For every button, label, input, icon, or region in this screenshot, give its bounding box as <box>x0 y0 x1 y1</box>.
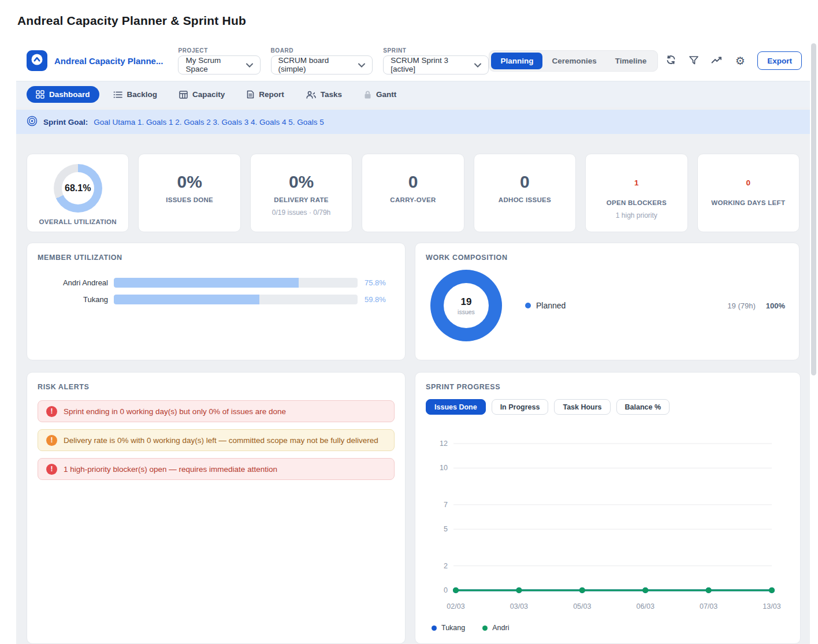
svg-text:07/03: 07/03 <box>700 602 717 611</box>
view-mode-tabs: Planning Ceremonies Timeline <box>489 50 658 72</box>
table-icon <box>179 91 188 99</box>
chevron-down-icon <box>358 61 365 69</box>
member-utilization-row: Andri Andreal 75.8% <box>38 278 395 288</box>
legend-detail: 19 (79h) <box>727 301 755 310</box>
sprint-label: SPRINT <box>383 47 489 54</box>
sprint-select[interactable]: SCRUM Sprint 3 [active] <box>383 55 489 75</box>
settings-button[interactable]: ⚙ <box>730 51 750 70</box>
list-icon <box>113 91 122 99</box>
nav-item-tasks[interactable]: Tasks <box>298 87 350 102</box>
kpi-label: ISSUES DONE <box>166 196 213 203</box>
svg-text:7: 7 <box>444 501 448 509</box>
tab-ceremonies[interactable]: Ceremonies <box>542 53 605 69</box>
tab-in-progress[interactable]: In Progress <box>492 399 549 415</box>
exclamation-icon: ! <box>46 406 57 417</box>
risk-alert: ! 1 high-priority blocker(s) open — requ… <box>38 458 395 480</box>
nav-item-backlog[interactable]: Backlog <box>105 87 166 102</box>
board-select-value: SCRUM board (simple) <box>278 56 353 73</box>
refresh-button[interactable] <box>660 51 681 70</box>
utilization-value: 68.1% <box>62 172 94 204</box>
legend-item-tukang[interactable]: Tukang <box>432 624 465 632</box>
kpi-adhoc-issues: 0 ADHOC ISSUES <box>474 154 576 232</box>
kpi-subtext: 0/19 issues · 0/79h <box>272 209 330 217</box>
people-icon <box>306 91 316 99</box>
refresh-icon <box>665 54 676 67</box>
utilization-donut-chart: 68.1% <box>54 164 102 213</box>
kpi-label: ADHOC ISSUES <box>499 196 551 203</box>
donut-center-value: 19 <box>461 296 472 308</box>
chevron-down-icon <box>246 61 253 69</box>
target-icon <box>27 116 38 129</box>
nav-item-report[interactable]: Report <box>239 87 292 102</box>
page-title: Andreal Capacity Planner & Sprint Hub <box>17 14 246 28</box>
svg-text:10: 10 <box>440 464 448 472</box>
panel-title: RISK ALERTS <box>38 383 395 391</box>
trend-button[interactable] <box>707 51 727 70</box>
sprint-progress-tabs: Issues Done In Progress Task Hours Balan… <box>426 399 790 415</box>
chevron-down-icon <box>474 61 481 69</box>
work-composition-panel: WORK COMPOSITION 19 issues Planned 19 (7… <box>415 243 800 360</box>
module-nav: Dashboard Backlog Capacity Report Tasks … <box>16 81 810 107</box>
kpi-label: OPEN BLOCKERS <box>607 199 667 206</box>
kpi-value: 0 <box>738 172 758 194</box>
tab-issues-done[interactable]: Issues Done <box>426 399 486 415</box>
gear-icon: ⚙ <box>735 54 745 68</box>
svg-text:05/03: 05/03 <box>573 602 591 611</box>
work-composition-donut-chart: 19 issues <box>430 270 502 341</box>
member-name: Andri Andreal <box>38 278 114 287</box>
svg-text:02/03: 02/03 <box>447 602 464 611</box>
sprint-goal-banner: Sprint Goal: Goal Utama 1. Goals 1 2. Go… <box>16 110 810 134</box>
kpi-value: 0% <box>177 172 202 191</box>
sprint-progress-line-chart: 0257101202/0303/0305/0306/0307/0313/03 <box>426 431 790 617</box>
nav-item-dashboard[interactable]: Dashboard <box>27 86 99 103</box>
app-container: Andreal Capacity Planne... PROJECT My Sc… <box>16 40 810 644</box>
kpi-subtext: 1 high priority <box>616 211 657 219</box>
panel-title: MEMBER UTILIZATION <box>38 254 395 262</box>
utilization-bar-fill <box>114 295 259 304</box>
sprint-goal-label: Sprint Goal: <box>43 118 88 126</box>
launch-icon <box>31 53 43 68</box>
alert-text: Sprint ending in 0 working day(s) but on… <box>64 407 286 416</box>
kpi-value: 0% <box>289 172 314 191</box>
kpi-label: OVERALL UTILIZATION <box>39 218 117 225</box>
legend-dot <box>432 626 437 631</box>
exclamation-icon: ! <box>46 435 57 446</box>
risk-alert: ! Sprint ending in 0 working day(s) but … <box>38 400 395 422</box>
legend-dot <box>525 303 531 308</box>
vertical-scrollbar[interactable] <box>811 43 816 375</box>
chart-legend: TukangAndri <box>432 624 790 632</box>
tab-task-hours[interactable]: Task Hours <box>554 399 610 415</box>
svg-text:0: 0 <box>444 586 448 594</box>
kpi-issues-done: 0% ISSUES DONE <box>138 154 240 232</box>
legend-dot <box>482 626 488 631</box>
tab-planning[interactable]: Planning <box>491 53 542 69</box>
tab-balance-pct[interactable]: Balance % <box>616 399 670 415</box>
nav-label: Capacity <box>192 90 225 99</box>
svg-text:2: 2 <box>444 562 448 570</box>
sprint-select-value: SCRUM Sprint 3 [active] <box>391 56 469 73</box>
legend-item-andri[interactable]: Andri <box>482 624 509 632</box>
svg-text:12: 12 <box>440 440 448 448</box>
trend-icon <box>711 56 723 66</box>
kpi-label: DELIVERY RATE <box>274 196 328 203</box>
nav-item-gantt[interactable]: Gantt <box>356 87 404 102</box>
panel-title: WORK COMPOSITION <box>426 254 789 262</box>
kpi-open-blockers: 1 OPEN BLOCKERS 1 high priority <box>585 154 687 232</box>
brand-name[interactable]: Andreal Capacity Planne... <box>54 56 163 66</box>
board-select[interactable]: SCRUM board (simple) <box>271 55 373 75</box>
filter-button[interactable] <box>683 51 704 70</box>
panel-title: SPRINT PROGRESS <box>426 383 790 391</box>
kpi-delivery-rate: 0% DELIVERY RATE 0/19 issues · 0/79h <box>250 154 352 232</box>
export-button[interactable]: Export <box>757 51 802 70</box>
sprint-progress-panel: SPRINT PROGRESS Issues Done In Progress … <box>415 372 801 644</box>
legend-percent: 100% <box>766 301 785 310</box>
project-label: PROJECT <box>178 47 260 54</box>
project-select[interactable]: My Scrum Space <box>178 55 260 75</box>
nav-item-capacity[interactable]: Capacity <box>171 87 233 102</box>
sprint-goal-text[interactable]: Goal Utama 1. Goals 1 2. Goals 2 3. Goal… <box>94 118 324 126</box>
kpi-carry-over: 0 CARRY-OVER <box>362 154 464 232</box>
context-selectors: PROJECT My Scrum Space BOARD SCRUM board… <box>178 47 489 75</box>
kpi-value: 1 <box>626 172 647 194</box>
nav-label: Tasks <box>321 90 342 99</box>
tab-timeline[interactable]: Timeline <box>606 53 656 69</box>
